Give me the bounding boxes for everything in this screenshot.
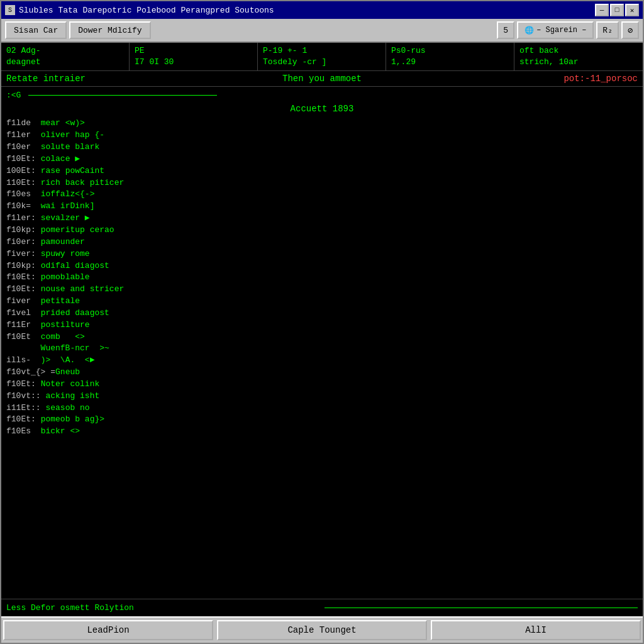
terminal-line-item: f10es ioffalz<{-> [6, 189, 638, 201]
info-cell-4: oft back strich, 10ar [514, 43, 643, 70]
terminal-line-item: f1ler: sevalzer ▶ [6, 213, 638, 225]
info-cell-4-line1: oft back [519, 45, 638, 57]
terminal-line-item: f1ler oliver hap {- [6, 130, 638, 142]
dower-modify-button[interactable]: Dower Mdlcify [69, 21, 150, 39]
globe-icon: 🌐 [525, 26, 534, 35]
status-mid: Then you ammoet [217, 74, 428, 84]
cursor-button[interactable]: ⊘ [621, 21, 639, 39]
terminal-line-item: f10kp: odifal diagost [6, 260, 638, 272]
terminal-line-item: f10Et comb <> [6, 331, 638, 343]
globe-label: – Sgarein – [536, 26, 586, 35]
bottom-status-text: Less Defor osmett Rolytion [6, 603, 319, 613]
terminal-line-item: f10Et: nouse and stricer [6, 284, 638, 296]
toolbar-right: 5 🌐 – Sgarein – R₂ ⊘ [497, 21, 639, 39]
info-cell-1-line1: PE [135, 45, 252, 57]
leadpion-button[interactable]: LeadPion [3, 620, 213, 640]
terminal-line-item: f10kp: pomeritup cerao [6, 225, 638, 236]
info-cell-0: 02 Adg- deagnet [1, 43, 130, 70]
terminal-line-item: fiver: spuwy rome [6, 248, 638, 260]
status-right: pot:-11_porsoc [427, 74, 638, 84]
badge-number: 5 [497, 21, 514, 39]
caple-tounget-button[interactable]: Caple Tounget [217, 620, 427, 640]
alli-button[interactable]: AllI [431, 620, 641, 640]
info-cell-1-line2: I7 0I 30 [135, 57, 252, 68]
terminal-line-item: f1lde mear <w)> [6, 118, 638, 130]
terminal[interactable]: :<G Accuett 1893 f1lde mear <w)>f1ler ol… [1, 87, 643, 599]
terminal-line-item: f10Es bickr <> [6, 426, 638, 438]
terminal-content: f1lde mear <w)>f1ler oliver hap {-f10er … [6, 118, 638, 438]
title-bar-controls: — □ ✕ [595, 4, 639, 16]
terminal-blank [6, 438, 638, 449]
main-window: S Slubles Tata Darepotric Polebood Peran… [0, 0, 644, 644]
title-bar-left: S Slubles Tata Darepotric Polebood Peran… [5, 5, 274, 15]
toolbar: Sisan Car Dower Mdlcify 5 🌐 – Sgarein – … [1, 19, 643, 43]
terminal-line-item: i11Et:: seasob no [6, 402, 638, 414]
terminal-line-item: f10Et: colace ▶ [6, 153, 638, 165]
terminal-line-item: f10er solute blark [6, 142, 638, 153]
info-cell-2-line2: Tosdely -cr ] [263, 57, 380, 68]
window-title: Slubles Tata Darepotric Polebood Perangp… [19, 6, 274, 15]
bottom-status: Less Defor osmett Rolytion [1, 599, 643, 616]
prompt-line [28, 95, 217, 96]
terminal-line-item: ills- )> \A. <► [6, 355, 638, 367]
terminal-line-item: f10Et: Noter colink [6, 379, 638, 391]
maximize-button[interactable]: □ [610, 4, 624, 16]
title-bar: S Slubles Tata Darepotric Polebood Peran… [1, 1, 643, 19]
terminal-line-item: fi0er: pamounder [6, 236, 638, 248]
info-cell-2: P-19 +- 1 Tosdely -cr ] [258, 43, 386, 70]
info-cell-3: Ps0-rus 1,.29 [386, 43, 514, 70]
app-icon: S [5, 5, 15, 15]
terminal-line-item: 100Et: rase powCaint [6, 165, 638, 177]
footer: LeadPion Caple Tounget AllI [1, 616, 643, 643]
info-cell-2-line1: P-19 +- 1 [263, 45, 380, 57]
prompt-symbol: :<G [6, 91, 21, 100]
sisan-car-button[interactable]: Sisan Car [5, 21, 67, 39]
info-cell-1: PE I7 0I 30 [130, 43, 258, 70]
info-cell-0-line1: 02 Adg- [6, 45, 124, 57]
terminal-line-item: f11Er postilture [6, 319, 638, 331]
globe-button[interactable]: 🌐 – Sgarein – [517, 21, 594, 39]
terminal-line-item: f10Et: pomeob b ag}> [6, 414, 638, 426]
close-button[interactable]: ✕ [625, 4, 639, 16]
terminal-line-item: 110Et: rich back piticer [6, 177, 638, 189]
terminal-header: Accuett 1893 [6, 101, 638, 118]
status-line: Retate intraier Then you ammoet pot:-11_… [1, 71, 643, 87]
terminal-line-item: f10vt_{> =Gneub [6, 367, 638, 379]
terminal-line-item: f10vt:: acking isht [6, 391, 638, 402]
r-label: R₂ [596, 21, 619, 39]
bottom-status-line [325, 608, 638, 608]
cursor-icon: ⊘ [628, 25, 633, 36]
terminal-line-item: fiver petitale [6, 296, 638, 308]
terminal-line-item: f10Et: pomoblable [6, 272, 638, 284]
terminal-line-item: f10k= wai irDink] [6, 201, 638, 213]
info-bar: 02 Adg- deagnet PE I7 0I 30 P-19 +- 1 To… [1, 43, 643, 71]
terminal-prompt: :<G [6, 89, 638, 101]
info-cell-0-line2: deagnet [6, 57, 124, 68]
info-cell-3-line1: Ps0-rus [391, 45, 509, 57]
info-cell-3-line2: 1,.29 [391, 57, 509, 68]
terminal-line-item: WuenfB-ncr >~ [6, 343, 638, 355]
minimize-button[interactable]: — [595, 4, 609, 16]
terminal-line-item: f1vel prided daagost [6, 308, 638, 319]
status-left: Retate intraier [6, 74, 217, 84]
info-cell-4-line2: strich, 10ar [519, 57, 638, 68]
